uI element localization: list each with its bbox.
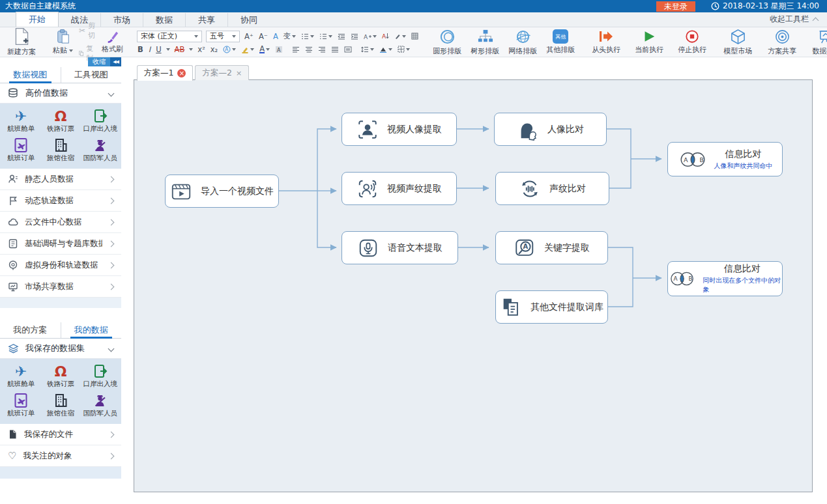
borders-button[interactable] bbox=[397, 46, 411, 53]
sort-button[interactable]: A bbox=[381, 33, 390, 40]
shrink-font-button[interactable]: A⁻ bbox=[258, 32, 268, 41]
close-tab-icon[interactable] bbox=[177, 69, 186, 77]
menu-tab-market[interactable]: 市场 bbox=[100, 13, 143, 27]
font-size-select[interactable]: 五号 bbox=[206, 31, 240, 42]
node-video-face-extract[interactable]: 视频人像提取 bbox=[341, 113, 457, 146]
sidebar-item-market-shared-data[interactable]: 市场共享数据 bbox=[0, 276, 121, 298]
char-border-button[interactable]: A bbox=[222, 46, 237, 53]
dataset-flight-manifest[interactable]: ✈ 航班舱单 bbox=[1, 361, 41, 391]
line-spacing-button[interactable] bbox=[360, 46, 375, 53]
shading-button[interactable] bbox=[379, 46, 393, 53]
font-family-select[interactable]: 宋体 (正文) bbox=[137, 31, 202, 42]
sidebar-item-label: 虚拟身份和轨迹数据 bbox=[25, 260, 102, 271]
node-speech-text-extract[interactable]: 语音文本提取 bbox=[341, 231, 458, 264]
accent-char-button[interactable]: A bbox=[272, 32, 279, 41]
menu-tab-start[interactable]: 开始 bbox=[16, 12, 59, 27]
node-import-video[interactable]: 导入一个视频文件 bbox=[165, 175, 279, 208]
workflow-canvas[interactable]: 导入一个视频文件 视频人像提取 视频声纹提取 语音文本提取 人像比对 声纹比对 … bbox=[134, 79, 813, 492]
align-left-button[interactable] bbox=[291, 46, 300, 53]
superscript-button[interactable]: x² bbox=[197, 45, 205, 54]
sidebar-item-my-saved-files[interactable]: 我保存的文件 bbox=[0, 424, 121, 445]
underline-button[interactable]: U bbox=[155, 45, 162, 54]
indent-decrease-button[interactable] bbox=[337, 33, 346, 40]
other-layout-button[interactable]: 其他 其他排版 bbox=[543, 29, 578, 55]
table-button[interactable] bbox=[411, 33, 419, 40]
char-scale-button[interactable]: A bbox=[363, 33, 377, 40]
font-color-button[interactable]: A bbox=[259, 46, 270, 53]
venn-letter-b: B bbox=[688, 275, 692, 282]
tree-layout-button[interactable]: 树形排版 bbox=[467, 28, 502, 57]
align-center-button[interactable] bbox=[304, 46, 313, 53]
sidebar-collapse-button[interactable]: 收缩 ◀◀ bbox=[88, 57, 121, 66]
tab-tool-view[interactable]: 工具视图 bbox=[61, 67, 122, 83]
highlight-button[interactable] bbox=[240, 46, 255, 53]
number-list-button[interactable] bbox=[319, 33, 333, 40]
align-right-button[interactable] bbox=[317, 46, 326, 53]
dataset-border-entry-exit[interactable]: 口岸出入境 bbox=[80, 361, 120, 391]
saved-datasets-header[interactable]: 我保存的数据集 bbox=[0, 339, 121, 359]
plan-share-button[interactable]: 方案共享 bbox=[764, 28, 800, 57]
align-justify-button[interactable] bbox=[330, 46, 340, 53]
dataset-flight-order[interactable]: 航班订单 bbox=[1, 135, 41, 165]
indent-increase-button[interactable] bbox=[350, 33, 359, 40]
bullet-list-button[interactable] bbox=[300, 33, 315, 40]
tab-my-data[interactable]: 我的数据 bbox=[61, 322, 122, 338]
dataset-hotel-stay[interactable]: 旅馆住宿 bbox=[41, 391, 81, 420]
menu-tab-collab[interactable]: 协同 bbox=[227, 13, 270, 27]
canvas-tab-plan-1[interactable]: 方案—1 bbox=[137, 65, 193, 81]
sidebar-item-basic-research[interactable]: 基础调研与专题库数据 bbox=[0, 233, 121, 255]
node-voiceprint-compare[interactable]: 声纹比对 bbox=[495, 172, 609, 205]
data-share-button[interactable]: 数据共享 bbox=[809, 28, 827, 57]
subscript-button[interactable]: x₂ bbox=[210, 45, 218, 54]
dataset-hotel-stay[interactable]: 旅馆住宿 bbox=[41, 135, 81, 165]
menu-tab-share[interactable]: 共享 bbox=[185, 13, 227, 27]
grow-font-button[interactable]: A⁺ bbox=[244, 32, 254, 41]
tab-my-plans[interactable]: 我的方案 bbox=[0, 322, 61, 338]
sidebar-item-static-personnel[interactable]: 静态人员数据 bbox=[0, 169, 121, 190]
char-shading-button[interactable]: A bbox=[274, 46, 283, 53]
run-current-button[interactable]: 当前执行 bbox=[631, 29, 667, 55]
cut-button[interactable]: ✂ 剪切 bbox=[79, 21, 96, 40]
new-plan-button[interactable]: 新建方案 bbox=[4, 27, 39, 57]
node-info-compare-1[interactable]: AB 信息比对 人像和声纹共同命中 bbox=[667, 142, 783, 176]
paste-button[interactable]: 粘贴 bbox=[50, 28, 76, 56]
dataset-flight-manifest[interactable]: ✈ 航班舱单 bbox=[1, 106, 41, 135]
node-info-compare-2[interactable]: AB 信息比对 同时出现在多个文件中的对象 bbox=[667, 261, 783, 296]
stop-run-button[interactable]: 停止执行 bbox=[675, 29, 710, 55]
tab-data-view[interactable]: 数据视图 bbox=[0, 67, 61, 83]
node-other-files-lexicon[interactable]: 其他文件提取词库 bbox=[495, 290, 608, 324]
dataset-military-personnel[interactable]: 国防军人员 bbox=[80, 135, 120, 165]
dataset-railway-ticket[interactable]: Ω 铁路订票 bbox=[41, 106, 81, 135]
collapse-toolbar-button[interactable]: 收起工具栏 bbox=[770, 14, 827, 27]
node-face-compare[interactable]: 人像比对 bbox=[494, 113, 607, 146]
node-keyword-extract[interactable]: A 关键字提取 bbox=[495, 231, 608, 264]
canvas-tab-plan-2[interactable]: 方案—2 bbox=[195, 65, 249, 80]
sidebar-item-cloud-file-center[interactable]: 云文件中心数据 bbox=[0, 212, 121, 233]
venn-letter-a: A bbox=[684, 156, 688, 163]
run-from-start-button[interactable]: 从头执行 bbox=[588, 29, 624, 55]
dataset-railway-ticket[interactable]: Ω 铁路订票 bbox=[41, 361, 81, 391]
italic-button[interactable]: I bbox=[148, 45, 151, 54]
node-video-voiceprint-extract[interactable]: 视频声纹提取 bbox=[341, 172, 457, 205]
format-painter-button[interactable]: 格式刷 bbox=[98, 29, 126, 55]
dataset-military-personnel[interactable]: 国防军人员 bbox=[80, 391, 120, 420]
network-layout-button[interactable]: 网络排版 bbox=[505, 28, 540, 57]
pinyin-button[interactable]: 变 bbox=[283, 31, 297, 41]
dataset-border-entry-exit[interactable]: 口岸出入境 bbox=[80, 106, 120, 135]
dropdown-caret-icon bbox=[250, 48, 254, 51]
sidebar-item-dynamic-track[interactable]: 动态轨迹数据 bbox=[0, 190, 121, 212]
circle-layout-button[interactable]: 圆形排版 bbox=[429, 28, 465, 57]
align-distribute-button[interactable] bbox=[343, 46, 353, 53]
sidebar-item-my-followed-objects[interactable]: ♡ 我关注的对象 bbox=[0, 445, 121, 467]
close-tab-icon[interactable] bbox=[236, 69, 242, 77]
dataset-flight-order[interactable]: 航班订单 bbox=[1, 391, 41, 420]
dropdown-caret-icon bbox=[373, 35, 377, 38]
strikethrough-button[interactable]: AB bbox=[174, 45, 186, 54]
model-market-button[interactable]: 模型市场 bbox=[720, 28, 755, 57]
login-status-badge[interactable]: 未登录 bbox=[656, 1, 695, 12]
menu-tab-data[interactable]: 数据 bbox=[143, 13, 185, 27]
mark-button[interactable] bbox=[394, 33, 407, 40]
high-value-data-header[interactable]: 高价值数据 bbox=[0, 83, 121, 104]
sidebar-item-virtual-identity[interactable]: 虚拟身份和轨迹数据 bbox=[0, 255, 121, 276]
bold-button[interactable]: B bbox=[137, 45, 144, 54]
